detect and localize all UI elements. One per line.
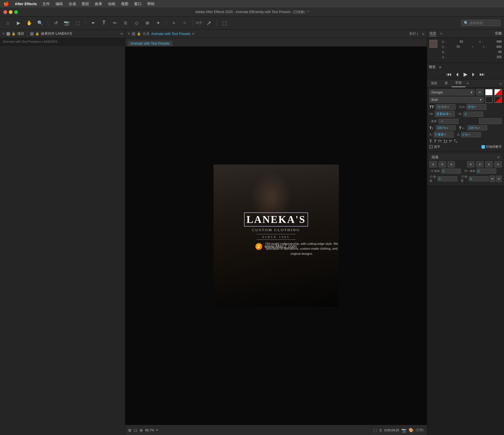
leading-px-field[interactable]: - ▾ (439, 119, 458, 124)
rtl-btn[interactable]: ↵ (490, 176, 495, 182)
baseline-field[interactable]: 0 像素 ▾ (434, 132, 454, 138)
prev-frame-btn[interactable]: ⏴ (455, 71, 460, 77)
format-super-btn[interactable]: Ta (449, 139, 452, 143)
menu-effects[interactable]: 效果 (95, 1, 102, 7)
tab-info[interactable]: 信息 (429, 31, 436, 36)
preview-zoom[interactable]: 66.7% (145, 428, 154, 432)
font-size-field[interactable]: 72 像素 ▾ (436, 104, 456, 110)
menu-help[interactable]: 帮助 (147, 1, 155, 7)
apple-menu[interactable]: 🍎 (3, 1, 9, 7)
minimize-button[interactable] (9, 10, 13, 14)
format-smallcaps-btn[interactable]: Tᴛ (444, 139, 447, 143)
indic-checkbox[interactable] (482, 145, 485, 149)
motion-blur-btn2[interactable]: ⊙ (180, 19, 189, 27)
clone-tool[interactable]: ⎗ (121, 19, 130, 27)
zoom-tool[interactable]: 🔍 (36, 19, 44, 27)
camera-tool[interactable]: 📷 (62, 19, 71, 27)
info-menu-icon[interactable]: ≡ (440, 32, 442, 36)
char-tab-menu[interactable]: ≡ (467, 81, 469, 85)
project-lock-icon[interactable]: 🔓 (12, 32, 16, 36)
eyedropper-btn[interactable]: ✏ (476, 89, 483, 95)
leading-field[interactable]: 自动 ▾ (466, 104, 486, 110)
mask-btn[interactable]: ⧖ (379, 428, 382, 432)
tsume-field[interactable]: 0 % ▾ (461, 132, 481, 137)
text-tool[interactable]: T (100, 19, 108, 27)
render-queue-btn[interactable]: ⬚ (220, 19, 229, 27)
align-btn[interactable]: ↗ (204, 19, 213, 27)
menu-layer[interactable]: 图层 (82, 1, 89, 7)
search-box[interactable]: 🔍 (461, 20, 501, 26)
align-right-btn[interactable]: ≡ (448, 161, 455, 167)
ligate-checkbox[interactable] (429, 145, 433, 149)
justify-right-btn[interactable]: ≡ (485, 161, 493, 167)
zoom-dropdown-icon[interactable]: ▾ (156, 428, 158, 432)
text-color-warning[interactable] (494, 89, 502, 95)
preview-alpha-icon[interactable]: ◻ (134, 428, 137, 432)
format-bold-btn[interactable]: T (429, 139, 432, 143)
eraser-tool[interactable]: ◇ (132, 19, 141, 27)
rtl-btn2[interactable]: ↵ (496, 176, 502, 182)
footage-expand-icon[interactable]: » (422, 31, 425, 36)
vert-scale-field[interactable]: 100 % ▾ (436, 125, 456, 130)
comp-tab[interactable]: Animate with Text Presets (128, 41, 173, 46)
text-color-swatch[interactable] (485, 89, 493, 95)
selection-tool[interactable]: ⬚ (73, 19, 82, 27)
menu-edit[interactable]: 编辑 (56, 1, 63, 7)
preview-region-icon[interactable]: ⊞ (128, 428, 132, 432)
tracking-field[interactable]: 0 (463, 112, 483, 117)
home-button[interactable]: ⌂ (3, 19, 12, 27)
close-button[interactable] (3, 10, 7, 14)
project-close-btn[interactable]: ✕ (2, 32, 5, 36)
comp-lock-icon[interactable]: 🔓 (137, 32, 141, 36)
menu-composition[interactable]: 合成 (69, 1, 76, 7)
color-icon[interactable]: 🎨 (409, 428, 413, 432)
effects-panel-menu[interactable]: ≡ (120, 32, 123, 36)
menu-animation[interactable]: 动画 (108, 1, 115, 7)
tab-character[interactable]: 字符 (452, 79, 466, 87)
snapshot-icon[interactable]: 📷 (401, 428, 406, 432)
indent-left-field[interactable]: 0 (441, 169, 461, 174)
expand-icon[interactable]: » (499, 81, 502, 86)
justify-center-btn[interactable]: ≡ (476, 161, 483, 167)
tab-library[interactable]: 库 (441, 79, 452, 87)
effects-lock-icon[interactable]: 🔓 (35, 32, 39, 36)
horiz-scale-field[interactable]: 100 % ▾ (467, 125, 487, 130)
paint-tool[interactable]: ✏ (110, 19, 119, 27)
comp-close-btn[interactable]: ✕ (128, 32, 130, 36)
menu-window[interactable]: 窗口 (134, 1, 142, 7)
tab-presets[interactable]: 顶设 (427, 79, 441, 87)
kerning-field[interactable]: 度量标准 ▾ (435, 111, 455, 117)
justify-all-btn[interactable]: ≡ (494, 161, 502, 167)
text-bg-swatch[interactable] (485, 97, 493, 103)
format-italic-btn[interactable]: T (434, 139, 436, 143)
justify-left-btn[interactable]: ≡ (467, 161, 474, 167)
search-input[interactable] (470, 21, 498, 25)
motion-blur-btn[interactable]: ⊗ (169, 19, 178, 27)
maximize-button[interactable] (14, 10, 18, 14)
space-after-field[interactable]: 0 (469, 176, 489, 181)
rotate-tool[interactable]: ↺ (52, 19, 60, 27)
preview-section-menu[interactable]: ≡ (439, 65, 441, 69)
last-frame-btn[interactable]: ⏭ (480, 71, 485, 77)
puppet-tool[interactable]: ✦ (154, 19, 162, 27)
font-style-dropdown[interactable]: Bold ▾ (429, 97, 483, 103)
align-center-btn[interactable]: ≡ (439, 161, 446, 167)
menu-view[interactable]: 视图 (121, 1, 128, 7)
space-before-field[interactable]: 0 (437, 176, 457, 181)
text-bg-warning[interactable] (494, 97, 502, 103)
paragraph-menu[interactable]: ≡ (497, 155, 499, 159)
play-btn[interactable]: ▶ (464, 71, 468, 77)
tracking-2-field[interactable] (479, 118, 502, 124)
region-btn[interactable]: ⬚ (373, 428, 377, 432)
pen-tool[interactable]: ✒ (89, 19, 97, 27)
next-frame-btn[interactable]: ⏵ (471, 71, 476, 77)
roto-tool[interactable]: ⊕ (143, 19, 151, 27)
preview-mode-icon[interactable]: ⊕ (140, 428, 143, 432)
tab-audio[interactable]: 音频 (495, 31, 502, 36)
comp-panel-menu[interactable]: ≡ (192, 32, 194, 36)
font-family-dropdown[interactable]: Georgia ▾ (429, 89, 474, 95)
first-frame-btn[interactable]: ⏮ (446, 71, 452, 77)
format-caps-btn[interactable]: TT (438, 139, 442, 143)
hand-tool[interactable]: ✋ (25, 19, 34, 27)
align-left-btn[interactable]: ≡ (429, 161, 437, 167)
